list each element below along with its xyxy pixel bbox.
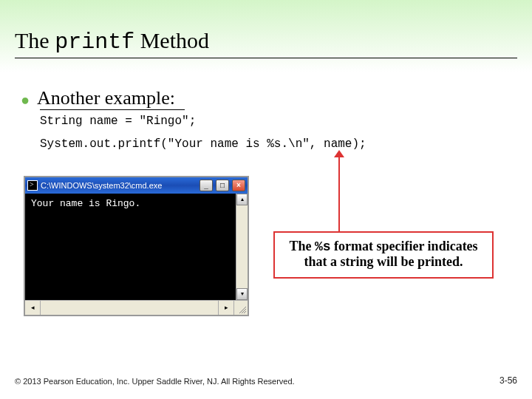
title-underline [15,58,517,58]
callout-post: format specifier indicates that a string… [304,239,477,269]
callout-box: The %s format specifier indicates that a… [273,231,494,279]
scroll-left-icon[interactable]: ◂ [25,301,41,315]
terminal-statusbar: ◂ ▸ [25,300,248,315]
bullet-underline [40,109,185,110]
bullet-dot-icon: ● [21,92,30,108]
close-button[interactable]: × [232,180,245,191]
hscroll-track[interactable] [41,301,219,315]
minimize-button[interactable]: _ [200,180,213,191]
title-pre: The [15,28,55,52]
title-mono: printf [55,30,134,55]
cmd-icon [27,180,38,191]
terminal-vscrollbar[interactable]: ▴ ▾ [236,194,248,300]
terminal-title: C:\WINDOWS\system32\cmd.exe [41,181,197,190]
scroll-down-icon[interactable]: ▾ [236,288,248,300]
terminal-output: Your name is Ringo. [31,198,242,209]
resize-grip-icon[interactable] [234,301,248,315]
page-number: 3-56 [499,375,517,386]
code-line-2: System.out.printf("Your name is %s.\n", … [40,137,366,151]
copyright-footer: © 2013 Pearson Education, Inc. Upper Sad… [15,377,295,386]
bullet-text: Another example: [37,87,175,109]
scroll-up-icon[interactable]: ▴ [236,194,248,205]
terminal-body: Your name is Ringo. [25,194,248,300]
title-post: Method [134,28,209,52]
slide-title: The printf Method [15,28,209,55]
callout-pre: The [289,239,315,253]
bullet-item: ●Another example: [21,87,175,109]
terminal-titlebar: C:\WINDOWS\system32\cmd.exe _ □ × [25,177,248,194]
maximize-button[interactable]: □ [216,180,229,191]
arrow-line [338,155,340,231]
code-line-1: String name = "Ringo"; [40,115,196,128]
callout-mono: %s [315,239,331,254]
terminal-window: C:\WINDOWS\system32\cmd.exe _ □ × Your n… [24,176,249,316]
scroll-right-icon[interactable]: ▸ [219,301,234,315]
